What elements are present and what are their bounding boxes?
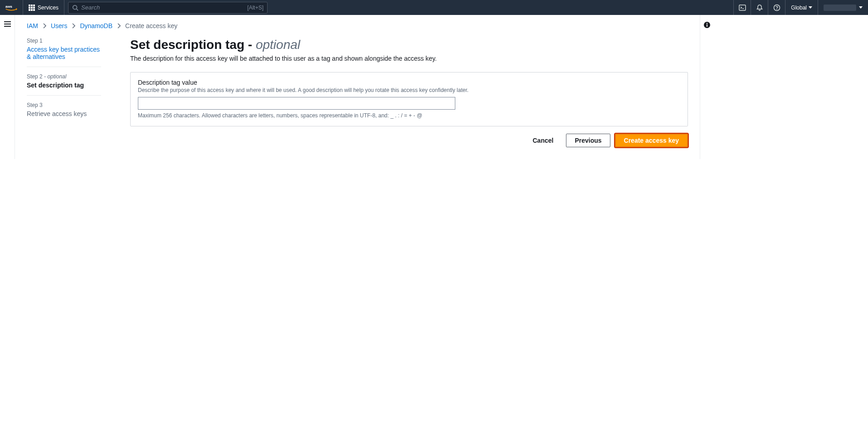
search-input[interactable] [81, 4, 247, 11]
help-icon [773, 4, 780, 11]
description-constraint: Maximum 256 characters. Allowed characte… [138, 112, 680, 119]
page-title-optional: optional [256, 38, 300, 52]
breadcrumb-dynamodb[interactable]: DynamoDB [80, 22, 112, 29]
breadcrumb-iam[interactable]: IAM [27, 22, 38, 29]
svg-point-8 [706, 23, 707, 24]
info-icon[interactable] [703, 21, 711, 29]
step-optional: - optional [44, 73, 66, 80]
chevron-right-icon [72, 23, 75, 29]
search-icon [72, 5, 78, 11]
top-nav: aws Services [Alt+S] [0, 0, 868, 15]
services-grid-icon [29, 5, 35, 11]
step-title[interactable]: Access key best practices & alternatives [27, 46, 101, 60]
svg-point-6 [776, 9, 777, 10]
region-selector[interactable]: Global [785, 0, 818, 15]
step-label: Step 2 [27, 73, 43, 80]
svg-rect-3 [739, 5, 746, 10]
page-title-main: Set description tag [130, 38, 244, 52]
services-button[interactable]: Services [23, 0, 64, 15]
create-access-key-button[interactable]: Create access key [615, 134, 688, 147]
main-content: Set description tag - optional The descr… [130, 38, 688, 147]
chevron-right-icon [117, 23, 121, 29]
breadcrumb: IAM Users DynamoDB Create access key [27, 15, 688, 38]
aws-logo[interactable]: aws [0, 0, 23, 15]
page-title: Set description tag - optional [130, 38, 688, 52]
svg-line-2 [77, 9, 78, 10]
description-tag-panel: Description tag value Describe the purpo… [130, 72, 688, 126]
wizard-step-1[interactable]: Step 1 Access key best practices & alter… [27, 38, 101, 67]
cancel-button[interactable]: Cancel [525, 134, 562, 147]
account-name-masked [824, 5, 856, 11]
notifications-button[interactable] [751, 0, 768, 15]
step-title: Set description tag [27, 82, 101, 89]
description-tag-input[interactable] [138, 97, 455, 110]
step-label: Step 3 [27, 102, 43, 108]
step-title: Retrieve access keys [27, 110, 101, 117]
bell-icon [756, 4, 763, 11]
search-box[interactable]: [Alt+S] [68, 2, 268, 14]
caret-down-icon [859, 6, 863, 9]
region-label: Global [791, 5, 807, 11]
breadcrumb-users[interactable]: Users [51, 22, 68, 29]
left-drawer-rail [0, 15, 15, 159]
cloudshell-icon [739, 4, 746, 11]
search-shortcut: [Alt+S] [247, 5, 263, 11]
right-info-rail [700, 15, 713, 159]
svg-point-1 [73, 5, 77, 9]
svg-rect-9 [707, 24, 707, 27]
svg-text:aws: aws [5, 5, 13, 9]
step-label: Step 1 [27, 38, 43, 44]
open-side-nav-button[interactable] [4, 21, 11, 27]
cloudshell-button[interactable] [733, 0, 751, 15]
wizard-step-2: Step 2 - optional Set description tag [27, 73, 101, 96]
page-subtitle: The description for this access key will… [130, 55, 688, 62]
caret-down-icon [809, 6, 812, 9]
wizard-actions: Cancel Previous Create access key [130, 134, 688, 147]
breadcrumb-current: Create access key [125, 22, 177, 29]
help-button[interactable] [768, 0, 785, 15]
wizard-step-3: Step 3 Retrieve access keys [27, 102, 101, 124]
description-field-label: Description tag value [138, 79, 680, 86]
account-menu[interactable] [818, 0, 868, 15]
previous-button[interactable]: Previous [566, 134, 610, 147]
services-label: Services [38, 5, 59, 11]
aws-logo-icon: aws [5, 4, 17, 11]
wizard-steps: Step 1 Access key best practices & alter… [27, 38, 101, 130]
chevron-right-icon [43, 23, 46, 29]
description-field-desc: Describe the purpose of this access key … [138, 87, 680, 93]
